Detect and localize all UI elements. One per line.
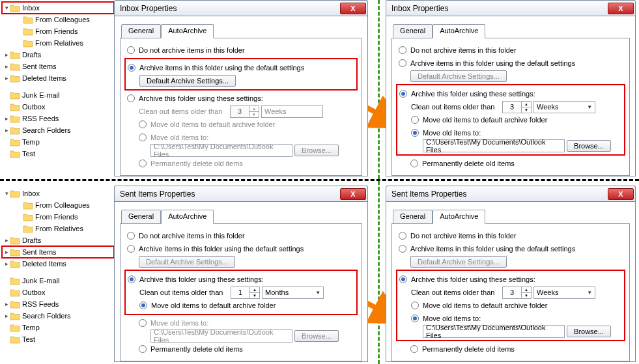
tree-item[interactable]: From Friends bbox=[2, 211, 114, 223]
close-button[interactable]: X bbox=[340, 3, 366, 14]
radio-moveto[interactable] bbox=[411, 129, 419, 137]
radio-default[interactable] bbox=[128, 64, 135, 72]
tree-item[interactable]: Temp bbox=[2, 136, 114, 148]
cleanout-unit[interactable]: Weeks▼ bbox=[533, 101, 595, 113]
dialog-titlebar: Sent Items Properties X bbox=[386, 186, 636, 201]
folder-icon bbox=[23, 27, 33, 36]
cleanout-spinner[interactable]: ▲▼ bbox=[250, 287, 260, 299]
tree-item[interactable]: Outbox bbox=[2, 101, 114, 113]
radio-these[interactable] bbox=[127, 94, 135, 102]
cleanout-label: Clean out items older than bbox=[139, 107, 230, 115]
folder-icon bbox=[10, 288, 20, 297]
tree-item[interactable]: From Colleagues bbox=[2, 14, 114, 25]
cleanout-number bbox=[230, 105, 249, 118]
tree-item[interactable]: From Colleagues bbox=[2, 199, 114, 211]
tab-general[interactable]: General bbox=[121, 24, 161, 38]
tab-autoarchive[interactable]: AutoArchive bbox=[161, 24, 214, 38]
default-archive-button: Default Archive Settings... bbox=[139, 256, 235, 268]
tree-item[interactable]: ▸RSS Feeds bbox=[2, 298, 114, 310]
tree-item[interactable]: ▸Drafts bbox=[2, 234, 114, 246]
tree-item[interactable]: Outbox bbox=[2, 287, 114, 298]
opt-default-label: Archive items in this folder using the d… bbox=[139, 64, 304, 72]
close-button[interactable]: X bbox=[608, 3, 634, 14]
tree-item[interactable]: Junk E-mail bbox=[2, 275, 114, 287]
radio-noarchive[interactable] bbox=[399, 46, 406, 54]
cleanout-unit[interactable]: Months▼ bbox=[262, 287, 324, 299]
radio-movedef[interactable] bbox=[411, 301, 419, 309]
tree-item-label: Inbox bbox=[22, 4, 40, 12]
tab-autoarchive[interactable]: AutoArchive bbox=[433, 210, 485, 224]
cleanout-spinner[interactable]: ▲▼ bbox=[522, 287, 532, 299]
tab-general[interactable]: General bbox=[393, 24, 433, 38]
cleanout-unit[interactable]: Weeks▼ bbox=[533, 287, 595, 299]
tree-item[interactable]: ▾Inbox bbox=[2, 2, 114, 14]
dialog-title: Inbox Properties bbox=[120, 4, 340, 13]
radio-perm[interactable] bbox=[139, 345, 147, 353]
radio-default[interactable] bbox=[399, 245, 406, 253]
radio-movedef[interactable] bbox=[139, 301, 147, 309]
folder-icon bbox=[10, 50, 20, 59]
radio-noarchive[interactable] bbox=[127, 232, 135, 240]
tree-item[interactable]: From Relatives bbox=[2, 37, 114, 49]
tree-item[interactable]: ▸RSS Feeds bbox=[2, 113, 114, 124]
tree-item[interactable]: Test bbox=[2, 148, 114, 160]
radio-perm bbox=[139, 160, 147, 167]
opt-noarchive-label: Do not archive items in this folder bbox=[139, 46, 245, 54]
tree-item[interactable]: Test bbox=[2, 333, 114, 345]
tree-item[interactable]: From Relatives bbox=[2, 223, 114, 234]
tree-item[interactable]: ▾Inbox bbox=[2, 188, 114, 199]
folder-icon bbox=[10, 300, 20, 309]
folder-tree: ▾InboxFrom ColleaguesFrom FriendsFrom Re… bbox=[0, 186, 114, 362]
tree-item-label: From Colleagues bbox=[35, 201, 90, 209]
tree-item-label: From Friends bbox=[35, 27, 78, 35]
radio-moveto[interactable] bbox=[411, 315, 419, 322]
tree-item[interactable]: ▸Deleted Items bbox=[2, 72, 114, 84]
default-archive-button[interactable]: Default Archive Settings... bbox=[139, 75, 236, 87]
tree-item-label: RSS Feeds bbox=[22, 300, 59, 308]
cleanout-number[interactable] bbox=[502, 101, 522, 113]
radio-moveto[interactable] bbox=[139, 319, 147, 327]
radio-noarchive[interactable] bbox=[399, 232, 406, 240]
tree-item[interactable]: Temp bbox=[2, 322, 114, 333]
radio-these[interactable] bbox=[399, 90, 407, 98]
tab-general[interactable]: General bbox=[121, 210, 161, 224]
tree-item[interactable]: ▸Drafts bbox=[2, 49, 114, 61]
tab-autoarchive[interactable]: AutoArchive bbox=[161, 210, 214, 224]
browse-button: Browse... bbox=[294, 330, 339, 342]
path-input[interactable]: C:\Users\Test\My Documents\Outlook Files bbox=[423, 139, 565, 152]
radio-moveto bbox=[139, 133, 147, 141]
tree-item[interactable]: ▸Deleted Items bbox=[2, 258, 114, 270]
tab-autoarchive[interactable]: AutoArchive bbox=[433, 24, 485, 38]
path-input: C:\Users\Test\My Documents\Outlook Files bbox=[150, 329, 292, 343]
folder-icon bbox=[10, 3, 20, 12]
tree-item[interactable]: ▸Search Folders bbox=[2, 310, 114, 322]
browse-button[interactable]: Browse... bbox=[567, 326, 611, 337]
path-input[interactable]: C:\Users\Test\My Documents\Outlook Files bbox=[423, 325, 565, 338]
radio-default[interactable] bbox=[127, 245, 135, 253]
radio-perm[interactable] bbox=[410, 345, 418, 353]
browse-button[interactable]: Browse... bbox=[567, 140, 611, 152]
dialog-title: Sent Items Properties bbox=[120, 189, 340, 199]
radio-these[interactable] bbox=[128, 275, 135, 283]
dialog-title: Sent Items Properties bbox=[391, 189, 608, 199]
radio-default[interactable] bbox=[399, 59, 406, 67]
close-button[interactable]: X bbox=[340, 188, 366, 200]
cleanout-number[interactable] bbox=[502, 287, 522, 299]
tab-general[interactable]: General bbox=[393, 210, 433, 224]
tree-item[interactable]: ▸Sent Items bbox=[2, 61, 114, 72]
folder-icon bbox=[10, 335, 20, 344]
tree-item[interactable]: ▸Search Folders bbox=[2, 124, 114, 136]
folder-icon bbox=[10, 311, 20, 320]
tree-item[interactable]: ▸Sent Items bbox=[2, 246, 114, 258]
radio-perm[interactable] bbox=[410, 160, 418, 167]
radio-movedef[interactable] bbox=[411, 116, 419, 124]
tree-item-label: RSS Feeds bbox=[22, 115, 59, 122]
radio-noarchive[interactable] bbox=[127, 46, 135, 54]
tree-item-label: From Friends bbox=[35, 213, 78, 221]
close-button[interactable]: X bbox=[608, 188, 634, 200]
tree-item[interactable]: Junk E-mail bbox=[2, 89, 114, 101]
cleanout-spinner[interactable]: ▲▼ bbox=[522, 101, 532, 113]
tree-item[interactable]: From Friends bbox=[2, 25, 114, 37]
radio-these[interactable] bbox=[399, 275, 407, 283]
cleanout-number[interactable] bbox=[231, 287, 250, 299]
